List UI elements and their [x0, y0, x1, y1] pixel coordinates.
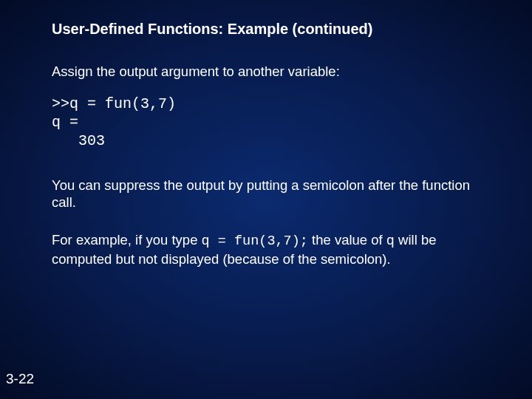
- intro-line: Assign the output argument to another va…: [52, 63, 488, 80]
- code-block: >>q = fun(3,7) q = 303: [52, 95, 488, 150]
- para2-text: You can suppress the output by putting a…: [52, 177, 470, 210]
- code-line-2: q =: [52, 114, 78, 131]
- paragraph-example: For example, if you type q = fun(3,7); t…: [52, 231, 488, 267]
- para3-t1: For example, if you type: [52, 232, 202, 248]
- page-number: 3-22: [6, 371, 34, 387]
- code-line-3: 303: [52, 132, 105, 149]
- para3-code1: q = fun(3,7);: [202, 233, 308, 249]
- code-line-1: >>q = fun(3,7): [52, 95, 176, 112]
- para3-code2: q: [386, 233, 395, 249]
- slide: User-Defined Functions: Example (continu…: [0, 0, 532, 399]
- para3-t2: the value of: [308, 232, 386, 248]
- paragraph-suppress: You can suppress the output by putting a…: [52, 177, 488, 211]
- slide-title: User-Defined Functions: Example (continu…: [52, 21, 488, 38]
